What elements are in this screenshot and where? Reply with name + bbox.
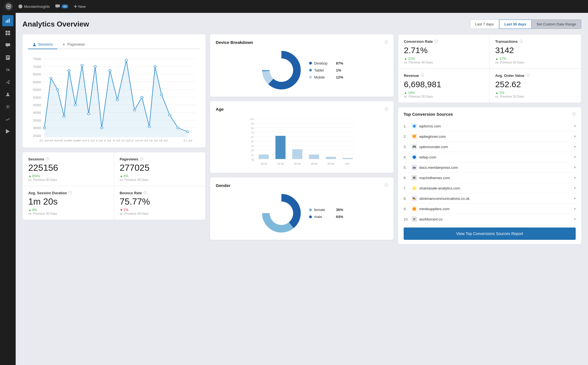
svg-rect-2 (6, 21, 7, 23)
sessions-sub: vs. Previous 30 Days (28, 178, 108, 181)
svg-point-54 (141, 96, 143, 98)
female-dot (309, 208, 312, 211)
sessions-chart-card: Sessions Pageviews (22, 34, 206, 148)
sidebar-item-analytics[interactable] (2, 113, 13, 125)
svg-text:35-44: 35-44 (294, 162, 300, 165)
desktop-dot (309, 62, 312, 65)
legend-female: female 36% (309, 208, 343, 212)
sidebar-item-monsterinsights[interactable] (2, 15, 13, 26)
revenue-value: 6,698,981 (404, 80, 484, 89)
stat-avg-session: Avg. Session Duration ⓘ 1m 20s ▲ 6% vs. … (23, 186, 114, 220)
site-name[interactable]: MonsterInsights (18, 4, 50, 9)
legend-tablet: Tablet 1% (309, 68, 343, 72)
chevron-down-icon-6: ▾ (574, 176, 576, 180)
custom-date-range-button[interactable]: Set Custom Date Range (531, 20, 581, 29)
age-info-icon[interactable]: ⓘ (385, 107, 388, 112)
source-item-8[interactable]: 8. 🎭 stickmancommunications.co.uk ▾ (404, 193, 576, 204)
svg-rect-9 (6, 55, 10, 60)
top-navigation: W MonsterInsights 40 New (0, 0, 588, 13)
pageviews-info-icon[interactable]: ⓘ (140, 157, 143, 162)
svg-rect-103 (292, 149, 302, 159)
svg-text:3000: 3000 (33, 127, 41, 130)
svg-text:8 Jul: 8 Jul (113, 139, 120, 142)
age-chart-title: Age ⓘ (216, 107, 388, 112)
source-item-5[interactable]: 5. m docs.memberpress.com ▾ (404, 162, 576, 173)
source-item-3[interactable]: 3. 🎮 optinmonster.com ▾ (404, 142, 576, 152)
device-info-icon[interactable]: ⓘ (385, 40, 388, 45)
legend-desktop: Desktop 87% (309, 61, 343, 65)
transactions-info-icon[interactable]: ⓘ (519, 39, 523, 44)
svg-point-58 (169, 114, 171, 116)
svg-text:0: 0 (253, 159, 254, 162)
revenue-change: ▲ 16% (404, 91, 484, 95)
sidebar-item-play[interactable] (2, 126, 13, 137)
last-7-days-button[interactable]: Last 7 days (470, 20, 499, 29)
sidebar-item-comments[interactable] (2, 40, 13, 51)
metric-transactions: Transactions ⓘ 3142 ▲ 17% vs. Previous 3… (490, 35, 581, 69)
source-item-1[interactable]: 1. 🔷 wpforms.com ▾ (404, 121, 576, 131)
bounce-rate-info-icon[interactable]: ⓘ (144, 191, 147, 195)
conversion-rate-change: ▲ 22% (404, 57, 484, 61)
svg-point-42 (56, 89, 59, 91)
chevron-down-icon-4: ▾ (574, 155, 576, 159)
svg-rect-8 (8, 33, 10, 35)
device-breakdown-title: Device Breakdown ⓘ (216, 40, 388, 45)
gender-legend: female 36% male 64% (309, 208, 343, 219)
mobile-dot (309, 76, 312, 79)
svg-text:4500: 4500 (33, 103, 41, 107)
svg-text:14 Jul: 14 Jul (139, 139, 148, 142)
gender-info-icon[interactable]: ⓘ (385, 183, 388, 188)
top-sources-info-icon[interactable]: ⓘ (572, 112, 576, 117)
source-item-4[interactable]: 4. 🔵 isitwp.com ▾ (404, 152, 576, 162)
sidebar-item-ta[interactable]: TA (2, 64, 13, 75)
svg-text:4 Jul: 4 Jul (96, 139, 103, 142)
page-title: Analytics Overview (22, 20, 89, 29)
source-item-6[interactable]: 6. M machothemes.com ▾ (404, 173, 576, 183)
svg-text:4000: 4000 (33, 111, 41, 115)
conversion-rate-info-icon[interactable]: ⓘ (434, 39, 438, 44)
svg-point-79 (270, 58, 293, 82)
svg-text:60: 60 (251, 136, 254, 138)
svg-text:28 Jun: 28 Jun (68, 139, 78, 142)
chevron-down-icon-3: ▾ (574, 145, 576, 149)
transactions-change: ▲ 17% (495, 57, 575, 61)
tab-pageviews[interactable]: Pageviews (57, 40, 90, 49)
avg-order-value: 252.62 (495, 80, 575, 89)
svg-point-49 (100, 127, 103, 129)
sidebar-item-dashboard[interactable] (2, 27, 13, 39)
source-item-7[interactable]: 7. ⭐ shareasale-analytics.com ▾ (404, 183, 576, 193)
source-item-9[interactable]: 9. 🟠 mindsuppliers.com ▾ (404, 204, 576, 214)
svg-point-55 (148, 126, 150, 128)
sidebar-item-settings[interactable] (2, 101, 13, 112)
view-top-conversions-button[interactable]: View Top Conversions Sources Report (404, 227, 576, 240)
sidebar-item-users[interactable] (2, 89, 13, 100)
sidebar-item-pages[interactable] (2, 52, 13, 63)
svg-text:5000: 5000 (33, 96, 41, 99)
source-item-10[interactable]: 10. ⚙ workforcexl.co ▾ (404, 214, 576, 224)
metrics-grid: Conversion Rate ⓘ 2.71% ▲ 22% vs. Previo… (398, 34, 581, 103)
svg-point-56 (154, 66, 156, 68)
gender-chart-card: Gender ⓘ female 36 (210, 177, 393, 240)
svg-rect-7 (6, 33, 8, 35)
svg-text:26 Jun: 26 Jun (59, 139, 69, 142)
revenue-info-icon[interactable]: ⓘ (421, 73, 424, 78)
sidebar-item-tools[interactable] (2, 77, 13, 88)
svg-rect-6 (8, 31, 10, 33)
svg-text:18-24: 18-24 (260, 162, 267, 165)
source-icon-memberpress: m (411, 165, 417, 170)
svg-text:40: 40 (251, 145, 254, 147)
new-button[interactable]: New (74, 4, 86, 9)
svg-text:22 Jun: 22 Jun (39, 139, 49, 142)
transactions-value: 3142 (495, 46, 575, 55)
tab-sessions[interactable]: Sessions (28, 40, 57, 49)
last-30-days-button[interactable]: Last 30 days (499, 20, 531, 29)
svg-point-52 (125, 59, 128, 61)
sessions-info-icon[interactable]: ⓘ (46, 157, 49, 162)
gender-donut-svg (260, 192, 302, 234)
avg-session-info-icon[interactable]: ⓘ (69, 191, 72, 195)
source-item-2[interactable]: 2. 🧡 wpbeginner.com ▾ (404, 131, 576, 142)
wp-logo[interactable]: W (4, 2, 13, 11)
pageviews-value: 277025 (120, 163, 200, 173)
comments-button[interactable]: 40 (55, 4, 68, 8)
avg-order-info-icon[interactable]: ⓘ (526, 73, 530, 78)
